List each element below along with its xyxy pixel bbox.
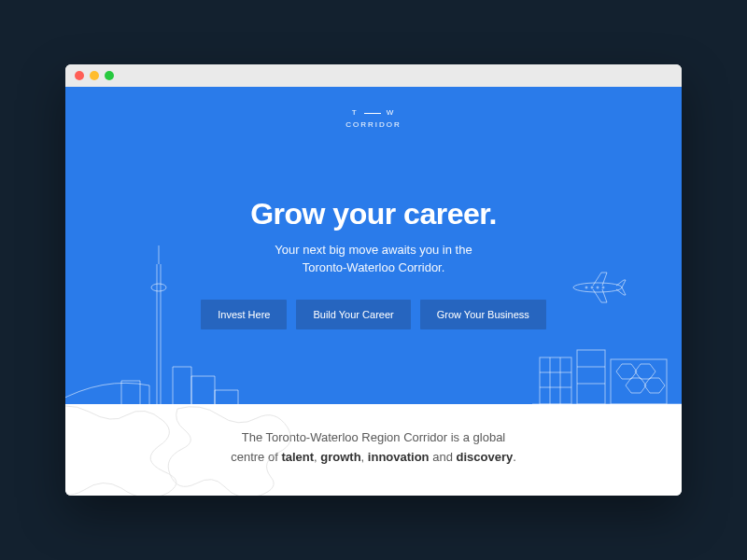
svg-point-16 bbox=[591, 287, 593, 288]
site-logo: T W CORRIDOR bbox=[65, 107, 682, 132]
svg-point-2 bbox=[151, 284, 166, 291]
svg-point-18 bbox=[602, 287, 604, 288]
maximize-icon[interactable] bbox=[105, 71, 114, 80]
map-outline-illustration bbox=[65, 404, 299, 496]
svg-point-14 bbox=[573, 283, 622, 292]
intro-growth: growth bbox=[320, 450, 360, 464]
logo-letter-right: W bbox=[387, 107, 396, 119]
build-your-career-button[interactable]: Build Your Career bbox=[296, 300, 410, 329]
minimize-icon[interactable] bbox=[90, 71, 99, 80]
close-icon[interactable] bbox=[75, 71, 84, 80]
hero-headline: Grow your career. bbox=[65, 197, 682, 231]
hero-subhead-line1: Your next big move awaits you in the bbox=[275, 243, 472, 257]
svg-point-17 bbox=[597, 287, 599, 288]
svg-rect-9 bbox=[577, 350, 605, 404]
grow-your-business-button[interactable]: Grow Your Business bbox=[420, 300, 546, 329]
intro-innovation: innovation bbox=[368, 450, 430, 464]
hero-subhead-line2: Toronto-Waterloo Corridor. bbox=[303, 260, 445, 274]
svg-rect-4 bbox=[540, 357, 571, 404]
intro-discovery: discovery bbox=[456, 450, 513, 464]
logo-dash-icon bbox=[364, 113, 381, 114]
hero-section: T W CORRIDOR Grow your career. Your next… bbox=[65, 87, 682, 404]
logo-word: CORRIDOR bbox=[65, 119, 682, 132]
window-title-bar bbox=[65, 64, 682, 87]
intro-section: The Toronto-Waterloo Region Corridor is … bbox=[65, 404, 682, 496]
invest-here-button[interactable]: Invest Here bbox=[201, 300, 287, 329]
cta-row: Invest Here Build Your Career Grow Your … bbox=[65, 300, 682, 329]
svg-rect-12 bbox=[611, 359, 667, 404]
svg-point-15 bbox=[585, 287, 587, 288]
hero-subhead: Your next big move awaits you in the Tor… bbox=[65, 241, 682, 277]
browser-window: T W CORRIDOR Grow your career. Your next… bbox=[65, 64, 682, 496]
logo-letter-left: T bbox=[352, 107, 359, 119]
